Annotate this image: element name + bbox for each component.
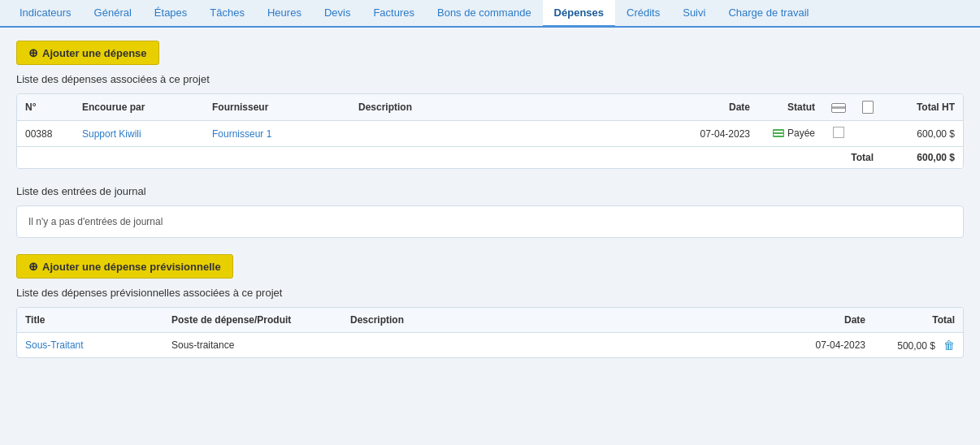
col-statut: Statut — [758, 94, 823, 121]
col-fournisseur: Fournisseur — [204, 94, 350, 121]
status-paid-icon — [773, 129, 784, 137]
tab-credits[interactable]: Crédits — [615, 0, 671, 28]
status-label: Payée — [787, 127, 815, 139]
col-cc-icon-header — [823, 94, 854, 121]
expenses-table-header: N° Encourue par Fournisseur Description … — [17, 94, 963, 121]
expense-cc-checkbox[interactable] — [823, 121, 854, 147]
tab-devis[interactable]: Devis — [313, 0, 362, 28]
prevision-list-title: Liste des dépenses prévisionnelles assoc… — [16, 287, 964, 299]
prev-col-date: Date — [784, 308, 874, 333]
expenses-total-label: Total — [17, 147, 882, 169]
prev-title-link[interactable]: Sous-Traitant — [25, 339, 84, 351]
col-encourue: Encourue par — [74, 94, 204, 121]
expense-total-ht: 600,00 $ — [882, 121, 963, 147]
nav-tabs: Indicateurs Général Étapes Tâches Heures… — [0, 0, 980, 28]
col-receipt-icon-header — [854, 94, 882, 121]
journal-empty-text: Il n'y a pas d'entrées de journal — [28, 216, 163, 227]
col-description: Description — [350, 94, 677, 121]
tab-charge-travail[interactable]: Charge de travail — [717, 0, 820, 28]
journal-card: Il n'y a pas d'entrées de journal — [16, 205, 964, 238]
expenses-table-card: N° Encourue par Fournisseur Description … — [16, 93, 964, 169]
add-prevision-button[interactable]: ⊕ Ajouter une dépense prévisionnelle — [16, 254, 233, 279]
col-total-ht: Total HT — [882, 94, 963, 121]
expenses-table: N° Encourue par Fournisseur Description … — [17, 94, 963, 168]
credit-card-header-icon — [831, 103, 846, 113]
expenses-total-value: 600,00 $ — [882, 147, 963, 169]
cc-checkbox[interactable] — [833, 127, 844, 138]
prev-title: Sous-Traitant — [17, 333, 163, 358]
prev-poste: Sous-traitance — [163, 333, 342, 358]
tab-bons-commande[interactable]: Bons de commande — [426, 0, 543, 28]
plus-icon-2: ⊕ — [28, 260, 38, 273]
table-row: Sous-Traitant Sous-traitance 07-04-2023 … — [17, 333, 963, 358]
table-row: 00388 Support Kiwili Fournisseur 1 07-04… — [17, 121, 963, 147]
main-content: ⊕ Ajouter une dépense Liste des dépenses… — [0, 28, 980, 442]
tab-indicateurs[interactable]: Indicateurs — [8, 0, 83, 28]
tab-heures[interactable]: Heures — [256, 0, 313, 28]
expense-receipt-cell — [854, 121, 882, 147]
add-expense-label: Ajouter une dépense — [42, 47, 147, 59]
expense-description — [350, 121, 677, 147]
add-expense-button[interactable]: ⊕ Ajouter une dépense — [16, 41, 159, 65]
prev-col-description: Description — [342, 308, 784, 333]
add-prevision-label: Ajouter une dépense prévisionnelle — [42, 261, 221, 273]
journal-title: Liste des entrées de journal — [16, 185, 964, 197]
prevision-table-header: Title Poste de dépense/Produit Descripti… — [17, 308, 963, 333]
prev-date: 07-04-2023 — [784, 333, 874, 358]
receipt-header-icon — [862, 101, 874, 114]
tab-depenses[interactable]: Dépenses — [543, 0, 615, 28]
col-date: Date — [677, 94, 758, 121]
prev-total: 500,00 $ 🗑 — [874, 333, 963, 358]
tab-etapes[interactable]: Étapes — [143, 0, 198, 28]
expense-num: 00388 — [17, 121, 74, 147]
expense-encourue-link[interactable]: Support Kiwili — [82, 128, 141, 140]
col-num: N° — [17, 94, 74, 121]
delete-prevision-icon[interactable]: 🗑 — [943, 339, 955, 352]
prev-description — [342, 333, 784, 358]
tab-taches[interactable]: Tâches — [198, 0, 256, 28]
tab-factures[interactable]: Factures — [362, 0, 426, 28]
prevision-table-card: Title Poste de dépense/Produit Descripti… — [16, 307, 964, 358]
expense-fournisseur-link[interactable]: Fournisseur 1 — [212, 128, 271, 140]
expenses-total-row: Total 600,00 $ — [17, 147, 963, 169]
expense-fournisseur: Fournisseur 1 — [204, 121, 350, 147]
prev-total-value: 500,00 $ — [897, 340, 935, 352]
expense-statut: Payée — [758, 121, 823, 147]
prev-col-title: Title — [17, 308, 163, 333]
expenses-list-title: Liste des dépenses associées à ce projet — [16, 73, 964, 85]
prev-col-total: Total — [874, 308, 963, 333]
tab-general[interactable]: Général — [83, 0, 143, 28]
status-payee-badge: Payée — [773, 127, 815, 139]
prevision-table: Title Poste de dépense/Produit Descripti… — [17, 308, 963, 357]
prev-col-poste: Poste de dépense/Produit — [163, 308, 342, 333]
plus-icon: ⊕ — [28, 46, 38, 59]
expense-date: 07-04-2023 — [677, 121, 758, 147]
expense-encourue: Support Kiwili — [74, 121, 204, 147]
tab-suivi[interactable]: Suivi — [671, 0, 717, 28]
